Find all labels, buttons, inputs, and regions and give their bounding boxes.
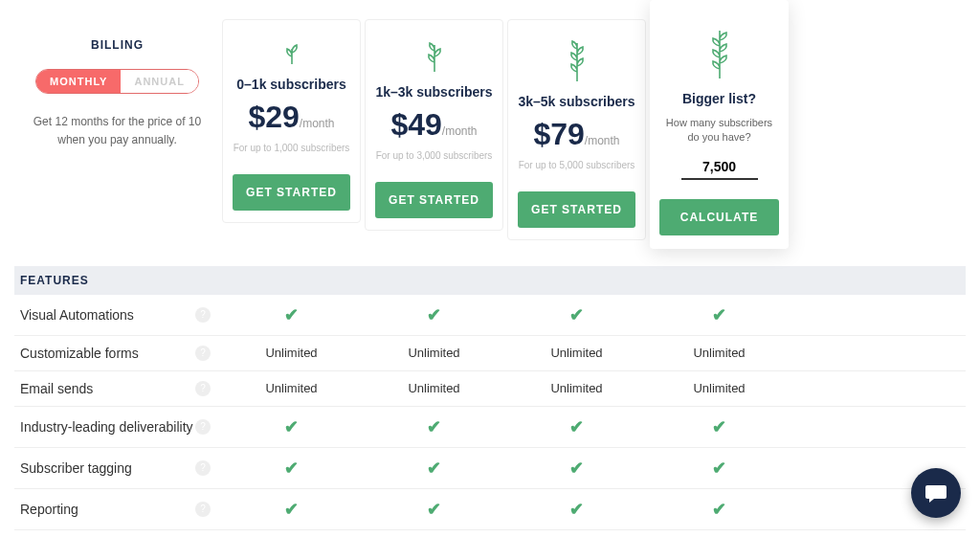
check-icon: ✔ (427, 417, 441, 436)
plant-icon (233, 39, 350, 67)
feature-cell: ✔ (505, 407, 648, 447)
plant-icon (375, 39, 493, 75)
check-icon: ✔ (569, 500, 584, 519)
check-icon: ✔ (569, 305, 584, 324)
feature-row: Subscriber tagging?✔✔✔✔ (14, 448, 966, 489)
billing-column: BILLING MONTHLY ANNUAL Get 12 months for… (14, 0, 220, 159)
feature-cell: ✔ (220, 407, 363, 447)
feature-cell: ✔ (648, 295, 791, 335)
check-icon: ✔ (569, 459, 584, 478)
feature-label: Reporting? (14, 492, 220, 526)
info-icon[interactable]: ? (195, 460, 211, 476)
per-month: /month (300, 117, 335, 130)
features-header: FEATURES (14, 266, 966, 295)
feature-cell: ✔ (363, 295, 505, 335)
feature-cell: ✔ (648, 448, 791, 488)
check-icon: ✔ (284, 305, 299, 324)
calculate-button[interactable]: CALCULATE (659, 199, 779, 235)
feature-cell: ✔ (505, 295, 648, 335)
feature-cell: ✔ (220, 448, 363, 488)
calc-question: How many subscribers do you have? (659, 116, 779, 145)
feature-cell: ✔ (648, 407, 791, 447)
feature-cell: ✔ (220, 489, 363, 529)
calculator-card: Bigger list? How many subscribers do you… (650, 0, 789, 249)
info-icon[interactable]: ? (195, 381, 211, 396)
plan-subtitle: For up to 1,000 subscribers (233, 142, 350, 155)
feature-cell: Unlimited (505, 371, 648, 405)
feature-label: Industry-leading deliverability? (14, 410, 220, 444)
chat-widget[interactable] (911, 468, 961, 518)
feature-cell: ✔ (363, 407, 505, 447)
check-icon: ✔ (712, 417, 726, 436)
get-started-button[interactable]: GET STARTED (375, 182, 493, 218)
feature-cell: Unlimited (648, 336, 791, 369)
check-icon: ✔ (569, 417, 584, 436)
feature-row: Visual Automations?✔✔✔✔ (14, 295, 966, 336)
check-icon: ✔ (427, 500, 441, 519)
feature-cell: ✔ (648, 489, 791, 529)
feature-cell: Unlimited (363, 371, 505, 405)
feature-cell: ✔ (363, 489, 505, 529)
billing-heading: BILLING (24, 38, 211, 52)
plan-price: $29 (248, 100, 299, 134)
info-icon[interactable]: ? (195, 346, 211, 361)
plan-title: 3k–5k subscribers (518, 94, 635, 109)
check-icon: ✔ (712, 459, 726, 478)
get-started-button[interactable]: GET STARTED (233, 174, 350, 211)
feature-row: Customizable forms?UnlimitedUnlimitedUnl… (14, 336, 966, 371)
feature-row: Reporting?✔✔✔✔ (14, 489, 966, 530)
plan-price: $79 (533, 117, 584, 151)
calc-title: Bigger list? (659, 91, 779, 106)
plan-price: $49 (390, 107, 441, 142)
feature-cell: Unlimited (220, 371, 363, 405)
plan-2: 1k–3k subscribers $49/month For up to 3,… (365, 19, 503, 231)
per-month: /month (442, 124, 478, 138)
per-month: /month (585, 134, 620, 147)
feature-label: Visual Automations? (14, 298, 220, 332)
feature-cell: ✔ (363, 448, 505, 488)
plan-title: 0–1k subscribers (233, 77, 350, 92)
feature-label: Email sends? (14, 371, 220, 406)
plan-title: 1k–3k subscribers (375, 84, 493, 100)
feature-cell: Unlimited (648, 371, 791, 405)
feature-label: Customizable forms? (14, 336, 220, 370)
plant-icon (659, 29, 779, 81)
chat-icon (924, 481, 948, 505)
feature-label: Subscriber tagging? (14, 451, 220, 485)
feature-cell: ✔ (220, 295, 363, 335)
feature-cell: Unlimited (505, 336, 648, 369)
feature-cell: ✔ (505, 448, 648, 488)
subscriber-count-input[interactable] (681, 155, 758, 180)
billing-toggle: MONTHLY ANNUAL (35, 69, 199, 94)
feature-cell: ✔ (505, 489, 648, 529)
feature-row: Email sends?UnlimitedUnlimitedUnlimitedU… (14, 371, 966, 407)
toggle-monthly[interactable]: MONTHLY (36, 70, 121, 93)
check-icon: ✔ (712, 500, 726, 519)
info-icon[interactable]: ? (195, 502, 211, 517)
check-icon: ✔ (712, 305, 726, 324)
info-icon[interactable]: ? (195, 307, 211, 323)
feature-cell: Unlimited (363, 336, 505, 369)
get-started-button[interactable]: GET STARTED (518, 191, 635, 228)
check-icon: ✔ (427, 305, 441, 324)
check-icon: ✔ (284, 459, 299, 478)
toggle-annual[interactable]: ANNUAL (121, 70, 197, 93)
feature-row: Industry-leading deliverability?✔✔✔✔ (14, 407, 966, 448)
check-icon: ✔ (284, 500, 299, 519)
plan-3: 3k–5k subscribers $79/month For up to 5,… (507, 19, 646, 240)
info-icon[interactable]: ? (195, 419, 211, 435)
feature-cell: Unlimited (220, 336, 363, 369)
plan-subtitle: For up to 5,000 subscribers (518, 159, 635, 172)
check-icon: ✔ (284, 417, 299, 436)
plan-subtitle: For up to 3,000 subscribers (375, 149, 493, 163)
plan-1: 0–1k subscribers $29/month For up to 1,0… (222, 19, 361, 223)
billing-note: Get 12 months for the price of 10 when y… (24, 113, 211, 149)
plant-icon (518, 39, 635, 84)
check-icon: ✔ (427, 459, 441, 478)
